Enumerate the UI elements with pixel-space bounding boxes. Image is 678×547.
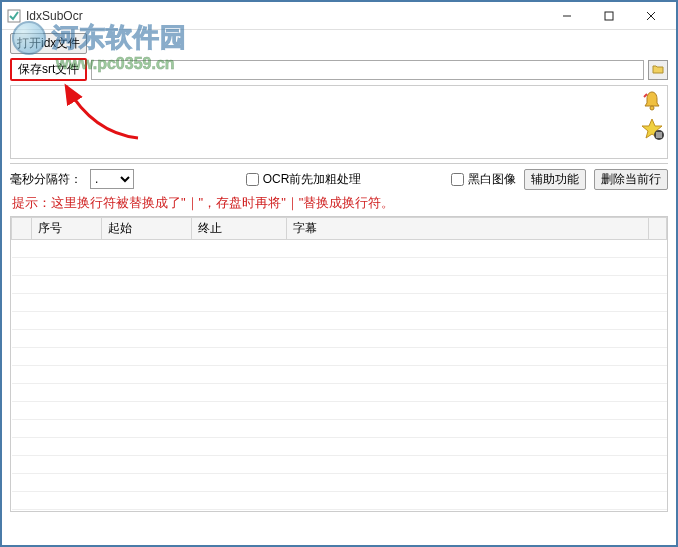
save-srt-row: 保存srt文件 — [2, 56, 676, 83]
ocr-bold-checkbox-group[interactable]: OCR前先加粗处理 — [246, 171, 362, 188]
table-body — [12, 240, 667, 510]
window-title: IdxSubOcr — [26, 9, 546, 23]
minimize-button[interactable] — [546, 2, 588, 30]
svg-rect-3 — [605, 12, 613, 20]
separator-select[interactable]: . — [90, 169, 134, 189]
bw-image-label: 黑白图像 — [468, 171, 516, 188]
close-button[interactable] — [630, 2, 672, 30]
table-row[interactable] — [12, 276, 667, 294]
app-icon — [6, 8, 22, 24]
table-row[interactable] — [12, 312, 667, 330]
divider — [10, 163, 668, 164]
maximize-button[interactable] — [588, 2, 630, 30]
table-row[interactable] — [12, 402, 667, 420]
assist-button[interactable]: 辅助功能 — [524, 169, 586, 190]
folder-icon — [652, 63, 664, 75]
star-icon[interactable] — [639, 116, 665, 142]
svg-point-6 — [650, 106, 654, 110]
table-row[interactable] — [12, 240, 667, 258]
browse-button[interactable] — [648, 60, 668, 80]
column-header-rownum[interactable] — [12, 218, 32, 240]
open-idx-button[interactable]: 打开idx文件 — [10, 33, 87, 54]
table-row[interactable] — [12, 492, 667, 510]
table-row[interactable] — [12, 456, 667, 474]
ocr-bold-checkbox[interactable] — [246, 173, 259, 186]
column-header-start[interactable]: 起始 — [102, 218, 192, 240]
subtitle-table: 序号 起始 终止 字幕 — [11, 217, 667, 510]
table-row[interactable] — [12, 330, 667, 348]
table-row[interactable] — [12, 438, 667, 456]
column-header-num[interactable]: 序号 — [32, 218, 102, 240]
table-row[interactable] — [12, 258, 667, 276]
table-row[interactable] — [12, 294, 667, 312]
table-row[interactable] — [12, 366, 667, 384]
titlebar: IdxSubOcr — [2, 2, 676, 30]
column-header-subtitle[interactable]: 字幕 — [287, 218, 649, 240]
srt-filepath-input[interactable] — [91, 60, 644, 80]
column-header-end[interactable]: 终止 — [192, 218, 287, 240]
bw-image-checkbox[interactable] — [451, 173, 464, 186]
bell-icon[interactable] — [639, 88, 665, 114]
table-row[interactable] — [12, 474, 667, 492]
table-row[interactable] — [12, 348, 667, 366]
delete-row-button[interactable]: 删除当前行 — [594, 169, 668, 190]
separator-label: 毫秒分隔符： — [10, 171, 82, 188]
table-row[interactable] — [12, 420, 667, 438]
column-header-tail[interactable] — [649, 218, 667, 240]
open-idx-row: 打开idx文件 — [2, 30, 676, 56]
subtitle-table-wrap: 序号 起始 终止 字幕 — [10, 216, 668, 512]
bw-image-checkbox-group[interactable]: 黑白图像 — [451, 171, 516, 188]
ocr-bold-label: OCR前先加粗处理 — [263, 171, 362, 188]
hint-text: 提示：这里换行符被替换成了"｜"，存盘时再将"｜"替换成换行符。 — [2, 192, 676, 216]
options-row: 毫秒分隔符： . OCR前先加粗处理 黑白图像 辅助功能 删除当前行 — [2, 166, 676, 192]
save-srt-button[interactable]: 保存srt文件 — [10, 58, 87, 81]
preview-panel — [10, 85, 668, 159]
table-row[interactable] — [12, 384, 667, 402]
